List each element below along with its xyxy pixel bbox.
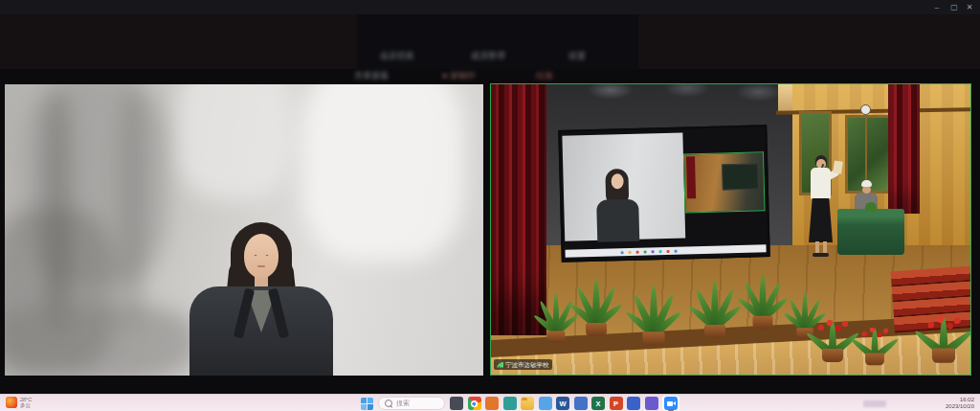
plant-pot [753, 316, 773, 329]
speaker-video-tile[interactable] [5, 84, 483, 376]
toolbar-item-3[interactable]: 设置 [568, 50, 586, 62]
clock-time: 16:02 [946, 397, 974, 403]
browser-icon[interactable] [468, 397, 481, 410]
plant-pot [642, 331, 664, 346]
toolbar-item-4[interactable]: 共享屏幕 [354, 70, 389, 82]
recording-indicator[interactable]: ● 录制中 [442, 70, 476, 82]
plant-pot [586, 323, 607, 336]
window-titlebar: – ▢ ✕ [0, 0, 980, 14]
search-icon [385, 400, 392, 407]
widget-condition: 多云 [20, 402, 32, 408]
green-cloth-table [837, 209, 904, 255]
start-button[interactable] [361, 398, 373, 410]
stage-video-tile[interactable]: 宁波市达敏学校 [490, 83, 971, 376]
pinned-apps: W X P [450, 396, 679, 411]
plant-pot [704, 325, 725, 338]
windows-taskbar: 28°C 多云 搜索 W X P [0, 394, 980, 411]
taskbar-app-icon[interactable] [485, 397, 499, 410]
meeting-toolbar: 会议信息 成员管理 设置 共享屏幕 ● 录制中 结束 [0, 14, 980, 69]
excel-icon[interactable]: X [591, 397, 605, 410]
file-explorer-icon[interactable] [521, 397, 534, 410]
red-flower-pot [857, 317, 893, 365]
toolbar-item-6[interactable]: 结束 [536, 70, 553, 82]
participant-name-badge: 宁波市达敏学校 [494, 359, 552, 370]
plant-pot [822, 349, 843, 362]
paper [833, 160, 843, 173]
taskbar-app-icon[interactable] [503, 397, 517, 410]
projected-stage-video [683, 151, 766, 213]
taskbar-app-icon[interactable] [627, 397, 640, 410]
taskbar-search[interactable]: 搜索 [378, 397, 445, 410]
stage-curtain-right [888, 84, 920, 214]
taskbar-app-icon[interactable] [450, 397, 463, 410]
white-cap [861, 180, 872, 187]
plant-pot [547, 331, 566, 342]
word-icon[interactable]: W [556, 397, 569, 410]
taskbar-app-icon[interactable] [539, 397, 552, 410]
toolbar-item-1[interactable]: 会议信息 [380, 50, 414, 62]
plant-pot [865, 354, 884, 366]
search-placeholder: 搜索 [396, 399, 410, 408]
active-app-highlight [662, 396, 679, 411]
speaker-face [244, 234, 278, 278]
clock-date: 2023/10/20 [946, 403, 974, 410]
plant-pot [932, 348, 955, 362]
projected-taskbar [566, 244, 767, 257]
participant-name: 宁波市达敏学校 [505, 360, 549, 369]
red-flower-pot [813, 308, 853, 362]
close-button[interactable]: ✕ [961, 0, 978, 14]
weather-icon [6, 397, 17, 408]
stage-plant [624, 270, 684, 346]
minimize-button[interactable]: – [928, 0, 946, 14]
widgets-button[interactable]: 28°C 多云 [6, 397, 32, 408]
toolbar-item-2[interactable]: 成员管理 [471, 50, 505, 62]
wall-clock [860, 104, 871, 115]
taskbar-clock[interactable]: 16:02 2023/10/20 [946, 397, 974, 410]
meeting-app-icon[interactable] [664, 397, 678, 410]
meeting-app-window: – ▢ ✕ 会议信息 成员管理 设置 共享屏幕 ● 录制中 结束 [0, 0, 980, 411]
taskbar-app-icon[interactable] [574, 397, 588, 410]
taskbar-app-icon[interactable] [645, 397, 658, 410]
red-flower-pot [922, 304, 966, 363]
stage-plant [568, 264, 625, 336]
tray-icons[interactable] [863, 400, 886, 407]
powerpoint-icon[interactable]: P [610, 397, 623, 410]
signal-icon [497, 362, 503, 368]
projected-speaker-video [562, 132, 685, 240]
projection-screen [558, 125, 770, 263]
